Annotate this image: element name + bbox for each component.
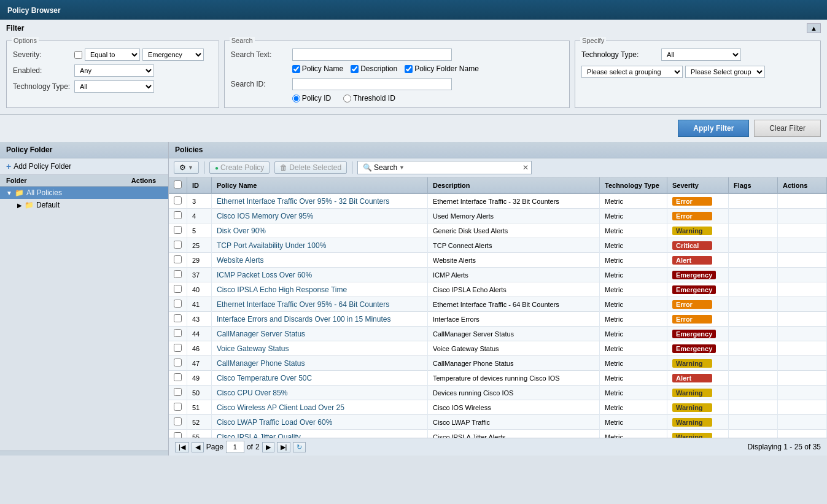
row-description: CallManager Phone Status [428,356,600,371]
last-page-button[interactable]: ▶| [277,442,291,452]
row-checkbox[interactable] [174,329,182,337]
row-checkbox[interactable] [174,388,182,396]
create-policy-button[interactable]: ● Create Policy [209,161,270,174]
policy-name-link[interactable]: ICMP Packet Loss Over 60% [217,271,312,279]
policy-folder-header: Policy Folder [0,142,168,158]
row-checkbox[interactable] [174,196,182,204]
tech-type-select[interactable]: All Metric Trap [74,80,154,93]
policy-name-link[interactable]: CallManager Phone Status [217,359,305,368]
main-area: Policy Folder + Add Policy Folder Folder… [0,142,827,456]
policies-table-container: ID Policy Name Description Technology Ty… [169,177,827,438]
row-id: 52 [187,415,212,430]
policy-name-checkbox-label[interactable]: Policy Name [292,64,343,73]
clear-filter-button[interactable]: Clear Filter [754,120,821,137]
search-checkboxes: Policy Name Description Policy Folder Na… [231,64,563,73]
policy-name-link[interactable]: Cisco IPSLA Jitter Quality [217,433,301,438]
row-id: 46 [187,341,212,356]
row-checkbox[interactable] [174,314,182,322]
policy-name-link[interactable]: Cisco CPU Over 85% [217,389,287,397]
search-input[interactable] [410,161,520,174]
add-policy-folder-button[interactable]: + Add Policy Folder [0,158,168,175]
policy-name-link[interactable]: Cisco IOS Memory Over 95% [217,212,313,220]
select-all-checkbox[interactable] [174,180,182,188]
row-checkbox[interactable] [174,285,182,293]
row-checkbox-cell [169,341,187,356]
first-page-button[interactable]: |◀ [175,442,189,452]
delete-selected-button[interactable]: 🗑 Delete Selected [274,161,347,174]
policy-name-link[interactable]: CallManager Server Status [217,330,305,338]
specify-tech-type-select[interactable]: All Metric Trap [661,48,741,61]
severity-value-select[interactable]: Emergency Critical Alert Error Warning N… [142,48,204,61]
severity-checkbox[interactable] [74,51,82,59]
prev-page-button[interactable]: ◀ [192,442,204,452]
row-id: 40 [187,282,212,297]
policy-name-link[interactable]: Cisco LWAP Traffic Load Over 60% [217,418,332,427]
row-checkbox[interactable] [174,359,182,366]
refresh-button[interactable]: ↻ [293,442,306,452]
policy-name-link[interactable]: TCP Port Availability Under 100% [217,241,326,250]
row-checkbox[interactable] [174,344,182,352]
folder-scrollbar[interactable] [0,451,168,456]
row-checkbox[interactable] [174,300,182,308]
row-description: Cisco IPSLA Jitter Alerts [428,430,600,438]
row-checkbox-cell [169,268,187,282]
settings-button[interactable]: ⚙ ▼ [174,161,199,174]
row-checkbox[interactable] [174,226,182,234]
row-checkbox[interactable] [174,403,182,411]
policy-folder-name-checkbox[interactable] [405,65,413,73]
specify-group-select[interactable]: Please Select group [685,66,765,78]
policy-name-link[interactable]: Ethernet Interface Traffic Over 95% - 64… [217,300,389,309]
severity-label: Severity: [13,50,74,59]
row-checkbox[interactable] [174,432,182,438]
enabled-select[interactable]: Any Yes No [74,64,154,77]
page-number-input[interactable] [226,441,244,453]
row-policy-name: ICMP Packet Loss Over 60% [212,268,428,282]
policy-folder-name-checkbox-label[interactable]: Policy Folder Name [405,64,479,73]
threshold-id-radio-label[interactable]: Threshold ID [343,94,395,103]
search-clear-button[interactable]: ✕ [520,163,531,172]
row-checkbox[interactable] [174,255,182,263]
search-dropdown-button[interactable]: 🔍 Search ▼ [358,162,410,173]
row-checkbox[interactable] [174,241,182,249]
display-count: Displaying 1 - 25 of 35 [748,443,821,451]
th-checkbox [169,177,187,193]
policy-id-radio[interactable] [292,95,300,103]
folder-item-all-policies[interactable]: ▼ 📁 All Policies [0,187,168,199]
row-checkbox[interactable] [174,417,182,425]
severity-badge: Warning [672,418,712,427]
policy-name-link[interactable]: Ethernet Interface Traffic Over 95% - 32… [217,197,389,206]
policy-name-link[interactable]: Voice Gateway Status [217,344,289,353]
policy-name-link[interactable]: Cisco Wireless AP Client Load Over 25 [217,403,344,412]
threshold-id-radio[interactable] [343,95,351,103]
row-description: Temperature of devices running Cisco IOS [428,371,600,386]
row-checkbox[interactable] [174,373,182,381]
plus-icon: + [6,161,11,171]
row-checkbox[interactable] [174,211,182,219]
row-checkbox[interactable] [174,270,182,278]
next-page-button[interactable]: ▶ [262,442,274,452]
row-id: 44 [187,327,212,341]
row-severity: Warning [667,430,729,438]
row-id: 47 [187,356,212,371]
severity-equal-to-select[interactable]: Equal to [85,48,140,61]
policy-name-checkbox[interactable] [292,65,300,73]
policy-name-link[interactable]: Interface Errors and Discards Over 100 i… [217,315,390,324]
search-toolbar-container: 🔍 Search ▼ ✕ [357,161,532,174]
search-id-input[interactable] [292,78,452,90]
policy-name-link[interactable]: Cisco IPSLA Echo High Response Time [217,285,347,294]
search-text-input[interactable] [292,48,452,61]
collapse-filter-button[interactable]: ▲ [807,23,821,33]
row-policy-name: Disk Over 90% [212,223,428,238]
search-id-label: Search ID: [231,80,292,88]
description-checkbox-label[interactable]: Description [351,64,397,73]
row-severity: Alert [667,371,729,386]
description-checkbox[interactable] [351,65,359,73]
row-checkbox-cell [169,193,187,209]
policy-name-link[interactable]: Disk Over 90% [217,227,266,235]
policy-id-radio-label[interactable]: Policy ID [292,94,331,103]
folder-item-default[interactable]: ▶ 📁 Default [0,199,168,211]
specify-grouping-select[interactable]: Please select a grouping [581,66,683,78]
apply-filter-button[interactable]: Apply Filter [678,120,749,137]
policy-name-link[interactable]: Cisco Temperature Over 50C [217,374,312,382]
policy-name-link[interactable]: Website Alerts [217,256,263,265]
